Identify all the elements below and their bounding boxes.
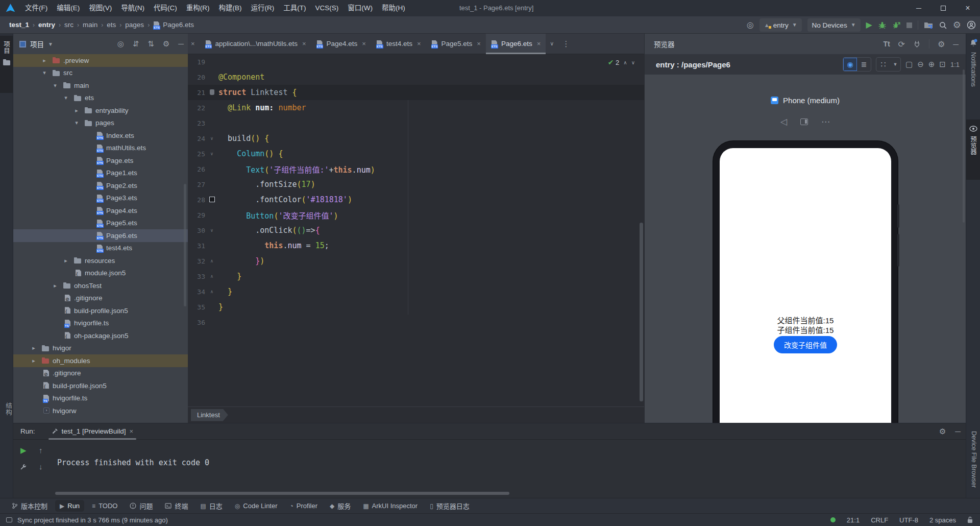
status-message[interactable]: Sync project finished in 3 s 766 ms (9 m… — [17, 516, 168, 524]
more-icon[interactable]: ⋯ — [821, 116, 830, 127]
code-line[interactable]: 26 Text('子组件当前值:'+this.num) — [188, 161, 644, 177]
tree-item[interactable]: ETSPage5.ets — [13, 217, 188, 230]
struct-gutter-icon[interactable] — [210, 89, 214, 95]
sidebar-tab-device-file-browser[interactable]: Device File Browser — [970, 431, 977, 488]
code-line[interactable]: 34∧ } — [188, 284, 644, 299]
tool-window-button-insp[interactable]: ▦ArkUI Inspector — [358, 500, 422, 512]
collapse-arrow-icon[interactable]: ▾ — [63, 94, 69, 101]
refresh-preview-icon[interactable]: ⟳ — [898, 39, 905, 49]
breadcrumb-item[interactable]: Page6.ets — [163, 21, 194, 29]
tree-item[interactable]: {module.json5 — [13, 267, 188, 280]
menu-item[interactable]: 视图(V) — [84, 0, 116, 16]
gutter-marker-icon[interactable] — [209, 197, 215, 202]
tool-window-button-play[interactable]: ▶Run — [55, 500, 84, 512]
menu-item[interactable]: 重构(R) — [182, 0, 214, 16]
editor-tab[interactable]: ETSapplication\...\mathUtils.ets× — [200, 34, 311, 54]
notifications-bell-icon[interactable] — [969, 39, 977, 47]
run-tab[interactable]: test_1 [PreviewBuild] × — [48, 423, 137, 440]
tree-item[interactable]: ▸.preview — [13, 54, 188, 67]
preview-device-label[interactable]: Phone (medium) — [645, 96, 966, 105]
tool-window-button-issue[interactable]: 问题 — [125, 499, 157, 513]
hide-previewer-icon[interactable]: ─ — [953, 40, 959, 49]
editor-tab[interactable]: ETStest4.ets× — [371, 34, 426, 54]
panel-settings-icon[interactable]: ⚙ — [163, 39, 169, 49]
breadcrumb-item[interactable]: ets — [107, 21, 116, 29]
console-hscrollbar[interactable] — [55, 492, 509, 495]
sidebar-tab-notifications[interactable]: Notifications — [970, 52, 977, 87]
fit-screen-icon[interactable]: ⊡ — [939, 60, 946, 69]
multitask-icon[interactable] — [800, 118, 808, 125]
expand-arrow-icon[interactable]: ▸ — [74, 107, 80, 114]
code-line[interactable]: 20@Component — [188, 69, 644, 85]
tree-item[interactable]: TShvigorfile.ts — [13, 392, 188, 405]
indent-setting[interactable]: 2 spaces — [929, 516, 956, 524]
menu-item[interactable]: 导航(N) — [116, 0, 149, 16]
tree-item[interactable]: {build-profile.json5 — [13, 379, 188, 392]
run-config-selector[interactable]: ▲ entry ▼ — [760, 18, 802, 32]
code-line[interactable]: 22 @Link num: number — [188, 100, 644, 115]
code-line[interactable]: 30∨ .onClick(()=>{ — [188, 223, 644, 238]
chevron-down-icon[interactable]: ▼ — [890, 58, 900, 71]
menu-item[interactable]: VCS(S) — [311, 0, 344, 16]
attach-debugger-button[interactable] — [892, 21, 901, 30]
file-encoding[interactable]: UTF-8 — [899, 516, 918, 524]
plugin-connect-icon[interactable] — [913, 40, 921, 48]
close-tab-icon[interactable]: × — [302, 40, 306, 47]
tree-item[interactable]: ›hvigorw — [13, 404, 188, 417]
breadcrumb-item[interactable]: entry — [38, 21, 55, 29]
run-panel-settings-icon[interactable]: ⚙ — [939, 427, 946, 436]
code-line[interactable]: 19 — [188, 54, 644, 69]
tree-item[interactable]: ETSPage2.ets — [13, 179, 188, 192]
project-scrollbar[interactable] — [184, 184, 186, 306]
tree-item[interactable]: ▾main — [13, 79, 188, 92]
tool-window-button-todo[interactable]: ≡TODO — [87, 500, 122, 512]
chevron-down-icon[interactable]: ▼ — [48, 41, 53, 47]
collapse-arrow-icon[interactable]: ▾ — [74, 119, 80, 126]
menu-item[interactable]: 文件(F) — [20, 0, 52, 16]
close-button[interactable]: × — [955, 0, 980, 16]
editor-tab[interactable]: ETSPage5.ets× — [426, 34, 486, 54]
expand-arrow-icon[interactable]: ▸ — [52, 282, 58, 289]
close-tab-icon[interactable]: × — [477, 40, 481, 47]
build-settings-icon[interactable] — [19, 463, 27, 471]
expand-arrow-icon[interactable]: ▸ — [63, 257, 69, 264]
stop-button[interactable] — [906, 22, 912, 28]
sidebar-tab-project[interactable]: 项目 — [0, 36, 13, 93]
menu-item[interactable]: 代码(C) — [149, 0, 182, 16]
code-line[interactable]: 21struct Linktest { — [188, 85, 644, 100]
scroll-up-icon[interactable]: ↑ — [39, 446, 43, 455]
font-scale-icon[interactable]: Tt — [883, 40, 890, 48]
editor-tab[interactable]: ETSPage4.ets× — [311, 34, 371, 54]
hide-panel-icon[interactable]: ─ — [178, 39, 184, 49]
menu-item[interactable]: 帮助(H) — [377, 0, 410, 16]
maximize-button[interactable] — [931, 0, 955, 16]
editor-scrollbar[interactable] — [640, 223, 643, 401]
zoom-in-icon[interactable]: ⊕ — [928, 60, 935, 69]
settings-icon[interactable]: ⚙ — [953, 20, 961, 30]
close-run-tab-icon[interactable]: × — [130, 427, 134, 435]
account-avatar-icon[interactable] — [967, 20, 976, 30]
expand-arrow-icon[interactable]: ▸ — [31, 345, 37, 351]
breadcrumb-item[interactable]: test_1 — [9, 21, 29, 29]
inspections-widget[interactable]: ✔ 2 ∧ ∨ — [608, 58, 635, 66]
editor-breadcrumb-item[interactable]: Linktest — [191, 409, 228, 421]
tree-item[interactable]: ▾pages — [13, 117, 188, 130]
zoom-out-icon[interactable]: ⊖ — [917, 60, 924, 69]
tree-item[interactable]: ETSIndex.ets — [13, 129, 188, 142]
menu-item[interactable]: 构建(B) — [214, 0, 247, 16]
previewer-settings-icon[interactable]: ⚙ — [938, 39, 945, 49]
device-file-browser-icon[interactable] — [924, 21, 933, 29]
collapse-arrow-icon[interactable]: ▾ — [52, 82, 58, 89]
close-tab-icon[interactable]: × — [537, 40, 541, 47]
tool-window-button-plog[interactable]: ▯预览器日志 — [425, 499, 474, 513]
hide-run-panel-icon[interactable]: ─ — [955, 427, 961, 436]
zoom-reset-button[interactable]: 1:1 — [950, 61, 960, 68]
code-line[interactable]: 36 — [188, 315, 644, 330]
tree-item[interactable]: ▸entryability — [13, 104, 188, 117]
menu-item[interactable]: 编辑(E) — [52, 0, 84, 16]
debug-button[interactable] — [878, 21, 887, 30]
locate-run-config-icon[interactable]: ◎ — [747, 21, 754, 29]
device-selector[interactable]: No Devices ▼ — [807, 18, 861, 32]
code-line[interactable]: 35} — [188, 299, 644, 315]
locate-file-icon[interactable]: ◎ — [117, 39, 124, 49]
